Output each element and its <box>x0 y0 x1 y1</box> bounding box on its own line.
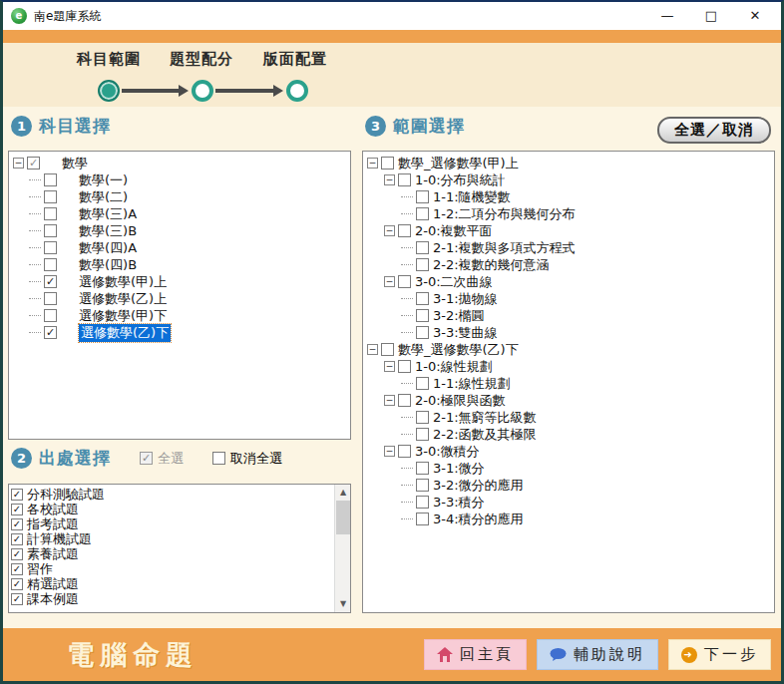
tree-checkbox[interactable] <box>44 275 57 288</box>
scroll-down-icon[interactable]: ▼ <box>335 596 351 612</box>
tree-node-label[interactable]: 數學(四)B <box>79 256 137 274</box>
tree-checkbox[interactable] <box>416 241 429 254</box>
tree-node[interactable]: 3-3:積分 <box>367 494 774 511</box>
tree-node-label[interactable]: 數學(二) <box>79 188 128 206</box>
source-list-item[interactable]: 素養試題 <box>11 546 350 561</box>
tree-node-label[interactable]: 數學(三)B <box>79 222 137 240</box>
tree-node[interactable]: 數學(三)B <box>13 222 350 239</box>
tree-node-label[interactable]: 數學(三)A <box>79 205 137 223</box>
step-node-icon[interactable] <box>192 80 213 102</box>
tree-node-label[interactable]: 3-1:拋物線 <box>433 290 498 308</box>
tree-node-label[interactable]: 3-1:微分 <box>433 460 485 478</box>
tree-node-label[interactable]: 2-0:極限與函數 <box>415 392 506 410</box>
tree-node-label[interactable]: 1-1:隨機變數 <box>433 188 511 206</box>
tree-checkbox[interactable] <box>416 309 429 322</box>
help-button[interactable]: 輔助說明 <box>537 639 658 670</box>
tree-checkbox[interactable] <box>398 360 411 373</box>
collapse-expander-icon[interactable]: − <box>384 395 395 406</box>
tree-node[interactable]: 數學(二) <box>13 188 350 205</box>
collapse-expander-icon[interactable]: − <box>384 446 395 457</box>
tree-node-label[interactable]: 選修數學(乙)下 <box>79 324 171 342</box>
tree-checkbox[interactable] <box>416 377 429 390</box>
collapse-expander-icon[interactable]: − <box>384 361 395 372</box>
tree-checkbox[interactable] <box>416 292 429 305</box>
select-all-toggle-button[interactable]: 全選／取消 <box>657 117 771 144</box>
tree-node[interactable]: 3-1:微分 <box>367 460 774 477</box>
collapse-expander-icon[interactable]: − <box>384 174 395 185</box>
tree-node-label[interactable]: 數學_選修數學(乙)下 <box>398 341 519 359</box>
tree-checkbox[interactable] <box>381 343 394 356</box>
tree-node[interactable]: 1-2:二項分布與幾何分布 <box>367 205 774 222</box>
source-checkbox[interactable] <box>11 489 23 501</box>
tree-node-label[interactable]: 2-1:複數與多項式方程式 <box>433 239 576 257</box>
tree-node-label[interactable]: 數學 <box>62 155 88 172</box>
deselect-all-checkbox[interactable] <box>212 452 225 465</box>
step-node-active-icon[interactable] <box>98 80 120 102</box>
tree-node-label[interactable]: 3-0:微積分 <box>415 443 480 461</box>
tree-checkbox[interactable] <box>27 157 40 170</box>
tree-node-label[interactable]: 1-0:分布與統計 <box>415 171 506 189</box>
tree-node-label[interactable]: 3-2:微分的應用 <box>433 477 524 495</box>
scrollbar[interactable]: ▲ ▼ <box>334 485 350 612</box>
source-checkbox[interactable] <box>11 533 23 545</box>
select-all-checkbox[interactable] <box>140 452 153 465</box>
tree-checkbox[interactable] <box>416 258 429 271</box>
tree-node[interactable]: 數學(一) <box>13 171 350 188</box>
tree-node-label[interactable]: 2-1:無窮等比級數 <box>433 409 537 427</box>
tree-checkbox[interactable] <box>44 309 57 322</box>
tree-node[interactable]: 1-1:線性規劃 <box>367 375 774 392</box>
tree-node-label[interactable]: 1-0:線性規劃 <box>415 358 493 376</box>
tree-node[interactable]: 3-1:拋物線 <box>367 290 774 307</box>
tree-node[interactable]: 3-2:橢圓 <box>367 307 774 324</box>
tree-node[interactable]: −數學 <box>13 155 350 171</box>
tree-checkbox[interactable] <box>44 241 57 254</box>
tree-checkbox[interactable] <box>44 190 57 203</box>
tree-node-label[interactable]: 數學_選修數學(甲)上 <box>398 155 519 172</box>
tree-checkbox[interactable] <box>398 275 411 288</box>
source-checkbox[interactable] <box>11 578 23 590</box>
source-checkbox[interactable] <box>11 518 23 530</box>
tree-node-label[interactable]: 1-1:線性規劃 <box>433 375 511 393</box>
tree-node[interactable]: −數學_選修數學(甲)上 <box>367 155 774 171</box>
tree-node[interactable]: 2-1:無窮等比級數 <box>367 409 774 426</box>
scrollbar-thumb[interactable] <box>336 501 350 534</box>
tree-node[interactable]: 2-1:複數與多項式方程式 <box>367 239 774 256</box>
tree-node[interactable]: 2-2:函數及其極限 <box>367 426 774 443</box>
tree-node[interactable]: −3-0:微積分 <box>367 443 774 460</box>
tree-checkbox[interactable] <box>416 207 429 220</box>
step-node-icon[interactable] <box>286 80 308 102</box>
collapse-expander-icon[interactable]: − <box>384 276 395 287</box>
tree-node-label[interactable]: 3-0:二次曲線 <box>415 273 493 291</box>
tree-node[interactable]: 數學(三)A <box>13 205 350 222</box>
select-all-checkbox-group[interactable]: 全選 <box>140 450 184 468</box>
tree-checkbox[interactable] <box>44 173 57 186</box>
tree-checkbox[interactable] <box>416 190 429 203</box>
tree-node[interactable]: −2-0:極限與函數 <box>367 392 774 409</box>
source-item-label[interactable]: 課本例題 <box>27 590 79 608</box>
tree-checkbox[interactable] <box>416 496 429 509</box>
tree-node-label[interactable]: 3-3:雙曲線 <box>433 324 498 342</box>
tree-checkbox[interactable] <box>398 445 411 458</box>
collapse-expander-icon[interactable]: − <box>384 225 395 236</box>
tree-node[interactable]: 3-2:微分的應用 <box>367 477 774 494</box>
tree-checkbox[interactable] <box>398 173 411 186</box>
tree-checkbox[interactable] <box>44 326 57 339</box>
tree-checkbox[interactable] <box>398 224 411 237</box>
tree-node[interactable]: 3-3:雙曲線 <box>367 324 774 341</box>
collapse-expander-icon[interactable]: − <box>367 344 378 355</box>
deselect-all-checkbox-group[interactable]: 取消全選 <box>212 450 282 468</box>
tree-node-label[interactable]: 1-2:二項分布與幾何分布 <box>433 205 576 223</box>
tree-node[interactable]: 數學(四)B <box>13 256 350 273</box>
tree-node[interactable]: 數學(四)A <box>13 239 350 256</box>
tree-node-label[interactable]: 3-4:積分的應用 <box>433 511 524 528</box>
tree-checkbox[interactable] <box>44 258 57 271</box>
home-button[interactable]: 回主頁 <box>424 639 527 670</box>
tree-node-label[interactable]: 2-2:複數的幾何意涵 <box>433 256 550 274</box>
tree-node-label[interactable]: 選修數學(甲)上 <box>79 273 167 291</box>
tree-checkbox[interactable] <box>416 462 429 475</box>
tree-node-label[interactable]: 2-0:複數平面 <box>415 222 493 240</box>
source-checkbox[interactable] <box>11 504 23 515</box>
tree-node[interactable]: 選修數學(甲)上 <box>13 273 350 290</box>
tree-node-label[interactable]: 數學(四)A <box>79 239 137 257</box>
source-checkbox[interactable] <box>11 563 23 575</box>
